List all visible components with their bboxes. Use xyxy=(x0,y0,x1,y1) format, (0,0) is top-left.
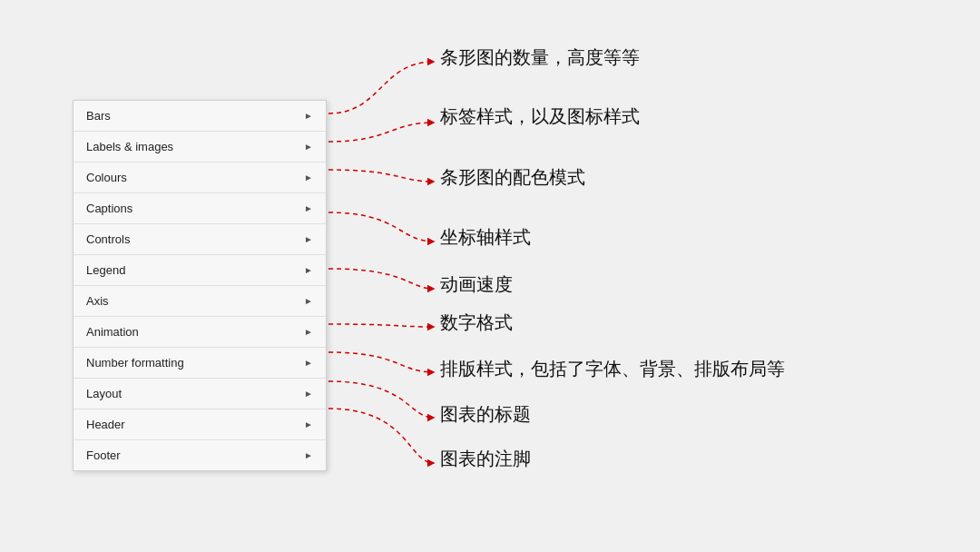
chevron-right-icon: ► xyxy=(304,389,313,399)
chevron-right-icon: ► xyxy=(304,172,313,182)
chevron-right-icon: ► xyxy=(304,111,313,121)
chevron-right-icon: ► xyxy=(304,142,313,152)
chevron-right-icon: ► xyxy=(304,296,313,306)
menu-label-captions: Captions xyxy=(86,202,132,215)
menu-item-captions[interactable]: Captions ► xyxy=(74,193,326,224)
annotation-7: 排版样式，包括了字体、背景、排版布局等 xyxy=(440,357,785,381)
chevron-right-icon: ► xyxy=(304,203,313,213)
annotation-9: 图表的注脚 xyxy=(440,447,531,471)
chevron-right-icon: ► xyxy=(304,327,313,337)
menu-item-bars[interactable]: Bars ► xyxy=(74,101,326,132)
chevron-right-icon: ► xyxy=(304,419,313,429)
annotation-8: 图表的标题 xyxy=(440,402,531,427)
chevron-right-icon: ► xyxy=(304,450,313,460)
chevron-right-icon: ► xyxy=(304,234,313,244)
menu-panel: Bars ► Labels & images ► Colours ► Capti… xyxy=(73,100,327,471)
annotation-6: 数字格式 xyxy=(440,310,513,335)
menu-label-animation: Animation xyxy=(86,325,139,339)
annotation-2: 标签样式，以及图标样式 xyxy=(440,104,640,129)
menu-item-colours[interactable]: Colours ► xyxy=(74,163,326,193)
menu-item-layout[interactable]: Layout ► xyxy=(74,379,326,409)
menu-label-colours: Colours xyxy=(86,171,127,184)
menu-label-legend: Legend xyxy=(86,263,125,277)
menu-label-number-formatting: Number formatting xyxy=(86,356,184,370)
menu-label-layout: Layout xyxy=(86,387,122,400)
menu-item-number-formatting[interactable]: Number formatting ► xyxy=(74,348,326,379)
menu-item-animation[interactable]: Animation ► xyxy=(74,317,326,348)
menu-item-labels-images[interactable]: Labels & images ► xyxy=(74,132,326,163)
menu-item-header[interactable]: Header ► xyxy=(74,409,326,440)
annotation-3: 条形图的配色模式 xyxy=(440,165,585,190)
menu-label-header: Header xyxy=(86,418,125,431)
annotation-5: 动画速度 xyxy=(440,272,513,297)
chevron-right-icon: ► xyxy=(304,265,313,275)
menu-item-controls[interactable]: Controls ► xyxy=(74,224,326,255)
annotation-1: 条形图的数量，高度等等 xyxy=(440,45,640,70)
menu-label-axis: Axis xyxy=(86,294,109,308)
menu-label-footer: Footer xyxy=(86,448,121,462)
chevron-right-icon: ► xyxy=(304,358,313,368)
annotation-4: 坐标轴样式 xyxy=(440,225,531,250)
menu-label-bars: Bars xyxy=(86,109,111,123)
main-container: Bars ► Labels & images ► Colours ► Capti… xyxy=(0,0,980,552)
menu-label-labels-images: Labels & images xyxy=(86,140,173,153)
menu-label-controls: Controls xyxy=(86,232,130,246)
menu-item-axis[interactable]: Axis ► xyxy=(74,286,326,317)
menu-item-footer[interactable]: Footer ► xyxy=(74,440,326,470)
menu-item-legend[interactable]: Legend ► xyxy=(74,255,326,286)
